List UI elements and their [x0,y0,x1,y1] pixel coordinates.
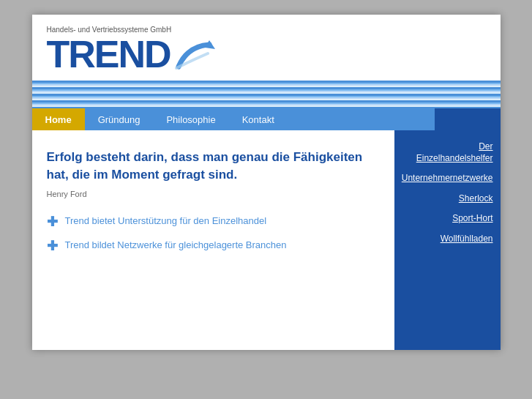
logo-text: TREND [47,35,171,73]
stripe-banner [32,81,501,108]
quote-author: Henry Ford [47,190,380,198]
plus-icon-2: ✚ [47,239,58,253]
logo-arrow-icon [173,39,215,70]
nav-item-philosophie[interactable]: Philosophie [153,108,228,130]
feature-item-2: ✚ Trend bildet Netzwerke für gleichgelag… [47,239,380,253]
sidebar-link-sport-hort[interactable]: Sport-Hort [452,213,492,225]
nav-blue-block [435,108,501,130]
nav-item-home[interactable]: Home [32,108,85,130]
feature-item-1: ✚ Trend bietet Unterstützung für den Ein… [47,215,380,228]
feature-text-1: Trend bietet Unterstützung für den Einze… [65,215,267,228]
sidebar-link-unternehmernetzwerke[interactable]: Unternehmernetzwerke [402,173,493,184]
left-content: Erfolg besteht darin, dass man genau die… [32,130,394,350]
nav-spacer [288,108,435,130]
right-sidebar: Der Einzelhandelshelfer Unternehmernetzw… [394,130,501,350]
plus-icon-1: ✚ [47,215,58,228]
nav-item-grundung[interactable]: Gründung [85,108,154,130]
nav-item-kontakt[interactable]: Kontakt [229,108,288,130]
sidebar-link-einzelhandelshelfer[interactable]: Der Einzelhandelshelfer [402,141,493,164]
feature-text-2: Trend bildet Netzwerke für gleichgelager… [65,239,287,252]
logo: TREND [47,35,486,73]
main-content: Erfolg besteht darin, dass man genau die… [32,130,501,350]
nav-bar: Home Gründung Philosophie Kontakt [32,108,501,130]
quote-text: Erfolg besteht darin, dass man genau die… [47,149,380,184]
header: Handels- und Vertriebssysteme GmbH TREND [32,15,501,81]
page-wrapper: Handels- und Vertriebssysteme GmbH TREND… [32,15,501,350]
sidebar-link-wollfuhlladen[interactable]: Wollfühlladen [441,234,493,245]
sidebar-link-sherlock[interactable]: Sherlock [459,193,493,205]
